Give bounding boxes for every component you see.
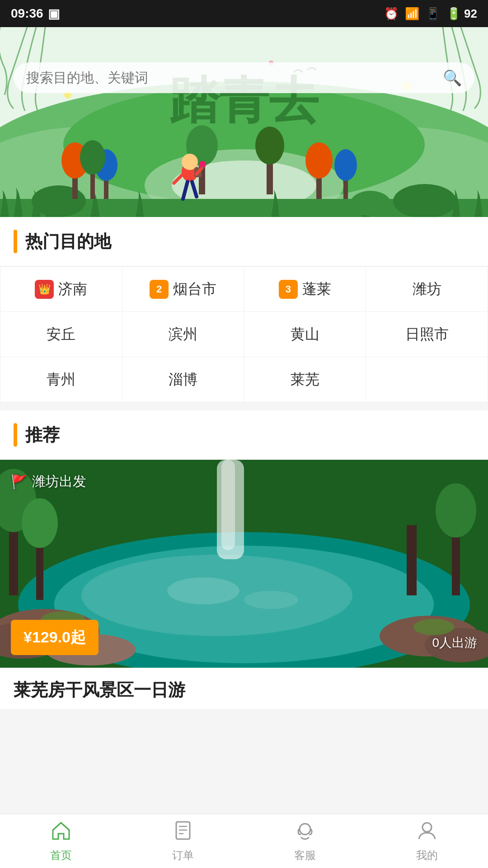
profile-icon [417,820,437,845]
dest-penglai-label: 蓬莱 [302,279,331,299]
nav-service-label: 客服 [294,848,316,863]
svg-point-16 [80,140,105,175]
svg-point-52 [22,498,58,548]
dest-binzhou[interactable]: 滨州 [122,312,244,357]
recommend-title: 推荐 [25,424,60,447]
dest-zibo-label: 淄博 [169,370,197,390]
svg-rect-48 [221,460,235,550]
battery-display: 🔋 92 [446,7,477,21]
travelers-tag: 0人出游 [432,634,477,651]
price-tag: ¥129.0起 [11,620,99,655]
dest-huangshan-label: 黄山 [291,325,319,344]
status-bar: 09:36 ▣ ⏰ 📶 📱 🔋 92 [0,0,488,27]
dest-anqiu[interactable]: 安丘 [0,312,122,357]
dest-binzhou-label: 滨州 [169,325,197,344]
dest-qingzhou-label: 青州 [47,370,75,390]
bottom-nav: 首页 订单 客服 [0,814,488,868]
dest-rizhao[interactable]: 日照市 [366,312,488,357]
dest-jinan-label: 济南 [58,279,87,299]
dest-jinan[interactable]: 👑 济南 [0,267,122,312]
svg-point-56 [436,483,476,538]
rank-badge-2: 2 [150,280,169,299]
svg-point-32 [199,161,206,168]
svg-point-58 [413,619,454,635]
dest-weifang[interactable]: 潍坊 [366,267,488,312]
dest-yantai[interactable]: 2 烟台市 [122,267,244,312]
nav-orders-label: 订单 [172,848,194,863]
dest-qingzhou[interactable]: 青州 [0,357,122,402]
nav-profile[interactable]: 我的 [366,814,488,868]
dest-rizhao-label: 日照市 [405,325,449,344]
dest-anqiu-label: 安丘 [47,325,75,344]
dest-weifang-label: 潍坊 [413,279,441,299]
dest-empty [366,357,488,402]
svg-point-65 [300,824,310,835]
dest-yantai-label: 烟台市 [173,279,216,299]
dest-laiwu-label: 莱芜 [291,370,319,390]
tour-title-1: 莱芜房干风景区一日游 [0,668,488,709]
nav-home[interactable]: 首页 [0,814,122,868]
tour-card-1[interactable]: 🚩 潍坊出发 ¥129.0起 0人出游 莱芜房干风景区一日游 [0,460,488,709]
dest-penglai[interactable]: 3 蓬莱 [244,267,366,312]
alarm-icon: ⏰ [384,7,399,21]
nav-profile-label: 我的 [416,848,438,863]
dest-zibo[interactable]: 淄博 [122,357,244,402]
departure-text: 潍坊出发 [32,472,86,491]
departure-tag: 🚩 潍坊出发 [11,472,86,491]
service-icon [295,820,315,845]
nav-service[interactable]: 客服 [244,814,366,868]
rank-badge-3: 3 [279,280,298,299]
svg-point-66 [422,823,432,832]
dest-huangshan[interactable]: 黄山 [244,312,366,357]
travelers-text: 0人出游 [432,636,477,650]
nav-orders[interactable]: 订单 [122,814,244,868]
svg-point-10 [350,191,391,216]
svg-point-24 [255,127,284,165]
svg-point-59 [167,577,239,604]
price-text: ¥129.0起 [23,628,86,646]
dest-laiwu[interactable]: 莱芜 [244,357,366,402]
section-accent-bar [14,230,17,253]
destinations-grid: 👑 济南 2 烟台市 3 蓬莱 潍坊 安丘 滨州 黄山 日照市 青州 [0,266,488,402]
svg-point-20 [334,149,357,181]
search-bar-container: 🔍 [0,54,488,101]
recommend-header: 推荐 [0,410,488,460]
signal-icon: 📱 [426,7,440,21]
flag-icon: 🚩 [11,474,28,490]
svg-point-18 [305,142,333,179]
svg-point-54 [387,460,436,525]
hot-destinations-title: 热门目的地 [25,230,111,253]
tour-image-1: 🚩 潍坊出发 ¥129.0起 0人出游 [0,460,488,668]
search-icon[interactable]: 🔍 [443,69,462,87]
wifi-icon: 📶 [405,7,419,21]
home-icon [51,820,71,845]
svg-point-60 [244,591,298,609]
recommend-accent-bar [14,423,17,447]
rank-badge-1: 👑 [35,280,54,299]
sim-icon: ▣ [48,6,60,21]
svg-point-9 [393,184,456,217]
search-input[interactable] [26,70,436,85]
hot-destinations-header: 热门目的地 [0,217,488,266]
time-display: 09:36 [11,6,43,21]
orders-icon [173,820,193,845]
nav-home-label: 首页 [50,848,72,863]
